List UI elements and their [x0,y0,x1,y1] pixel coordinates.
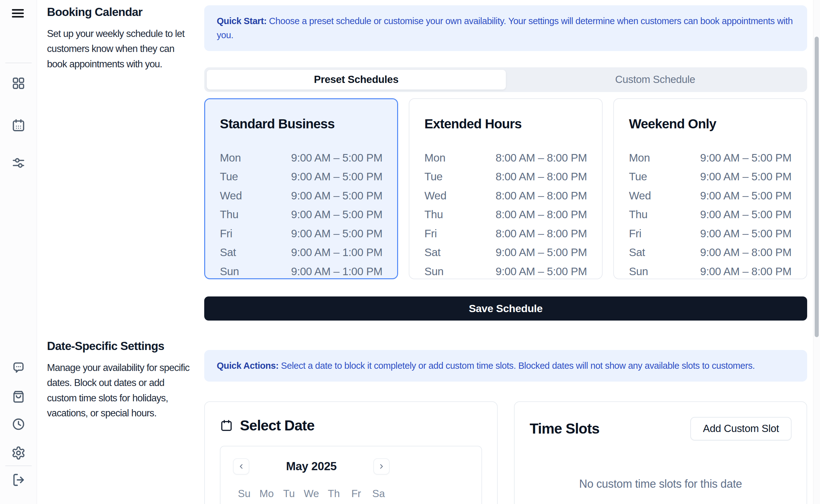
schedule-day-row: Mon 9:00 AM – 5:00 PM [220,152,382,164]
day-hours: 8:00 AM – 8:00 PM [496,189,587,202]
day-hours: 9:00 AM – 5:00 PM [291,152,382,164]
day-hours: 9:00 AM – 5:00 PM [700,227,792,240]
time-slots-panel: Time Slots Add Custom Slot No custom tim… [514,401,807,504]
day-hours: 8:00 AM – 8:00 PM [496,208,587,221]
sidebar-divider [5,63,32,63]
schedule-day-row: Thu 8:00 AM – 8:00 PM [425,208,587,221]
day-hours: 9:00 AM – 5:00 PM [496,265,587,278]
select-date-title: Select Date [240,417,314,434]
add-custom-slot-button[interactable]: Add Custom Slot [690,417,792,440]
menu-icon[interactable] [12,9,24,18]
day-hours: 9:00 AM – 5:00 PM [700,208,792,221]
schedule-day-row: Sat 9:00 AM – 1:00 PM [220,246,382,259]
schedule-day-row: Thu 9:00 AM – 5:00 PM [629,208,792,221]
day-label: Tue [629,170,647,183]
schedule-day-row: Tue 9:00 AM – 5:00 PM [629,170,792,183]
schedule-card-weekend-only[interactable]: Weekend Only Mon 9:00 AM – 5:00 PM Tue 9… [613,98,807,279]
schedule-day-list: Mon 9:00 AM – 5:00 PM Tue 9:00 AM – 5:00… [629,152,792,278]
select-date-panel: Select Date May 2025 [204,401,498,504]
dashboard-icon[interactable] [11,76,26,90]
time-slots-header: Time Slots Add Custom Slot [530,417,792,440]
page-description: Set up your weekly schedule to let custo… [47,26,192,72]
schedule-day-row: Mon 8:00 AM – 8:00 PM [425,152,587,164]
shop-bag-icon[interactable] [11,389,26,404]
sidebar-divider [5,465,32,466]
day-label: Thu [629,208,647,221]
schedule-day-row: Sun 9:00 AM – 5:00 PM [425,265,587,278]
schedule-card-title: Weekend Only [629,116,792,131]
weekday-label: Sa [367,488,390,500]
day-label: Sat [425,246,441,259]
tab-preset-schedules[interactable]: Preset Schedules [207,70,506,90]
schedule-day-row: Fri 8:00 AM – 8:00 PM [425,227,587,240]
schedule-day-list: Mon 9:00 AM – 5:00 PM Tue 9:00 AM – 5:00… [220,152,382,278]
chevron-right-icon [378,463,385,470]
next-month-button[interactable] [373,458,389,475]
day-hours: 9:00 AM – 8:00 PM [700,246,792,259]
schedule-day-row: Sun 9:00 AM – 8:00 PM [629,265,792,278]
day-label: Wed [629,189,651,202]
day-hours: 8:00 AM – 8:00 PM [496,227,587,240]
quick-actions-banner: Quick Actions: Select a date to block it… [204,350,807,382]
day-hours: 8:00 AM – 8:00 PM [496,152,587,164]
section-title: Date-Specific Settings [47,340,192,353]
save-schedule-button[interactable]: Save Schedule [204,296,807,321]
schedule-day-row: Wed 9:00 AM – 5:00 PM [220,189,382,202]
availability-sliders-icon[interactable] [11,156,26,170]
weekday-label: Fr [345,488,368,500]
weekday-label: Tu [278,488,300,500]
schedule-tabs: Preset Schedules Custom Schedule [204,67,807,92]
day-hours: 9:00 AM – 5:00 PM [291,170,382,183]
schedule-day-row: Fri 9:00 AM – 5:00 PM [220,227,382,240]
chat-icon[interactable] [11,361,26,375]
time-slots-empty-message: No custom time slots for this date [530,477,792,491]
schedule-day-row: Thu 9:00 AM – 5:00 PM [220,208,382,221]
chevron-left-icon [237,463,245,470]
schedule-day-row: Mon 9:00 AM – 5:00 PM [629,152,792,164]
schedule-day-row: Wed 8:00 AM – 8:00 PM [425,189,587,202]
schedule-card-title: Standard Business [220,116,382,131]
main-content: Quick Start: Choose a preset schedule or… [204,0,807,504]
day-label: Sun [425,265,444,278]
quick-start-banner: Quick Start: Choose a preset schedule or… [204,5,807,51]
day-hours: 9:00 AM – 5:00 PM [291,189,382,202]
select-date-header: Select Date [220,417,482,434]
calendar-month-label: May 2025 [286,460,337,473]
quick-actions-label: Quick Actions: [217,361,278,371]
schedule-day-row: Wed 9:00 AM – 5:00 PM [629,189,792,202]
weekday-label: We [300,488,323,500]
day-label: Wed [220,189,242,202]
time-slots-title: Time Slots [530,420,600,437]
schedule-card-extended-hours[interactable]: Extended Hours Mon 8:00 AM – 8:00 PM Tue… [409,98,603,279]
day-label: Mon [425,152,446,164]
day-hours: 9:00 AM – 8:00 PM [700,265,792,278]
calendar-weekday-row: Su Mo Tu We Th Fr Sa [233,488,389,500]
day-label: Tue [425,170,443,183]
scrollbar-thumb[interactable] [815,37,819,337]
schedule-card-standard-business[interactable]: Standard Business Mon 9:00 AM – 5:00 PM … [204,98,398,279]
day-hours: 9:00 AM – 1:00 PM [291,246,382,259]
schedule-day-row: Fri 9:00 AM – 5:00 PM [629,227,792,240]
day-label: Thu [425,208,443,221]
day-label: Tue [220,170,238,183]
day-hours: 9:00 AM – 5:00 PM [291,208,382,221]
tab-custom-schedule[interactable]: Custom Schedule [506,70,805,90]
day-label: Thu [220,208,238,221]
scrollbar-track [813,0,820,504]
schedule-card-title: Extended Hours [425,116,587,131]
clock-icon[interactable] [11,417,26,431]
mini-calendar: May 2025 Su Mo Tu We [220,446,482,504]
prev-month-button[interactable] [233,458,249,475]
day-hours: 9:00 AM – 1:00 PM [291,265,382,278]
calendar-icon[interactable] [11,118,26,132]
day-label: Fri [220,227,232,240]
day-label: Fri [425,227,437,240]
logout-icon[interactable] [11,473,26,487]
quick-start-text: Choose a preset schedule or customise yo… [217,16,793,40]
settings-gear-icon[interactable] [11,446,26,460]
day-label: Sat [220,246,236,259]
day-label: Wed [425,189,446,202]
booking-calendar-intro: Booking Calendar Set up your weekly sche… [47,6,192,72]
sidebar [0,0,37,504]
day-hours: 9:00 AM – 5:00 PM [700,189,792,202]
